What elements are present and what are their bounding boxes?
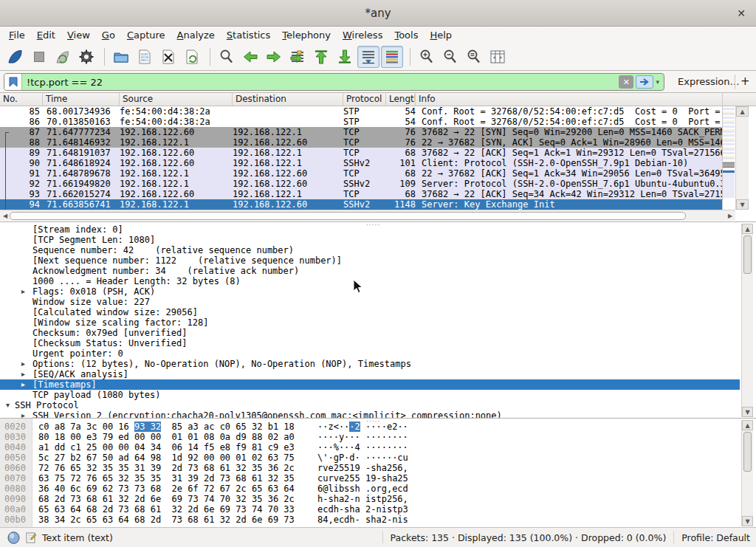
detail-line[interactable]: [Stream index: 0] (0, 224, 740, 235)
scroll-right-icon[interactable]: ▶ (726, 211, 735, 220)
column-header-no[interactable]: No. (0, 93, 43, 106)
hex-row-0030[interactable]: 003080 18 00 e3 79 ed 00 00 01 01 08 0a … (0, 432, 740, 442)
packet-row-87[interactable]: 8771.647777234192.168.122.60192.168.122.… (0, 127, 722, 137)
menu-item-edit[interactable]: Edit (31, 28, 61, 42)
go-last-packet-button[interactable] (334, 46, 356, 68)
packet-row-91[interactable]: 9171.648789678192.168.122.1192.168.122.6… (0, 168, 722, 179)
column-header-protocol[interactable]: Protocol (343, 93, 386, 106)
detail-line[interactable]: ▸[Timestamps] (0, 379, 740, 390)
expand-icon[interactable]: ▸ (21, 379, 25, 390)
column-header-length[interactable]: Length (386, 93, 416, 106)
display-filter-input[interactable] (22, 77, 619, 88)
resize-columns-button[interactable] (487, 46, 509, 68)
menu-item-telephony[interactable]: Telephony (276, 28, 337, 42)
packet-row-92[interactable]: 9271.661949820192.168.122.1192.168.122.6… (0, 179, 722, 189)
details-vscrollbar[interactable]: ▲ ▼ (741, 224, 753, 417)
zoom-in-button[interactable] (416, 46, 438, 68)
detail-line[interactable]: Window size value: 227 (0, 297, 740, 307)
menu-item-tools[interactable]: Tools (388, 28, 424, 42)
profile-text[interactable]: Profile: Default (681, 532, 750, 543)
packet-list-minimap-scrollbar[interactable] (722, 106, 735, 210)
packet-list-hscrollbar[interactable]: ◀ ▶ (0, 210, 735, 221)
go-first-packet-button[interactable] (310, 46, 332, 68)
detail-line[interactable]: [TCP Segment Len: 1080] (0, 235, 740, 245)
detail-line[interactable]: ▸Flags: 0x018 (PSH, ACK) (0, 286, 740, 297)
details-scroll-thumb[interactable] (743, 235, 752, 274)
detail-line[interactable]: [Window size scaling factor: 128] (0, 317, 740, 328)
add-filter-button[interactable]: + (740, 75, 750, 88)
detail-line[interactable]: 1000 .... = Header Length: 32 bytes (8) (0, 276, 740, 286)
hex-row-0020[interactable]: 0020c0 a8 7a 3c 00 16 93 32 85 a3 ac c0 … (0, 422, 740, 432)
hscroll-thumb[interactable] (10, 212, 686, 220)
hex-rows[interactable]: 0020c0 a8 7a 3c 00 16 93 32 85 a3 ac c0 … (0, 422, 740, 525)
scroll-down-icon[interactable]: ▼ (736, 199, 749, 210)
menu-item-capture[interactable]: Capture (121, 28, 171, 42)
hex-row-0080[interactable]: 008036 40 6c 69 62 73 73 68 2e 6f 72 67 … (0, 484, 740, 494)
column-header-info[interactable]: Info (416, 93, 723, 106)
detail-line[interactable]: ▸[SEQ/ACK analysis] (0, 369, 740, 379)
menu-item-wireless[interactable]: Wireless (337, 28, 388, 42)
expression-button[interactable]: Expression… (678, 76, 740, 87)
column-header-source[interactable]: Source (120, 93, 233, 106)
detail-line[interactable]: ▸SSH Version 2 (encryption:chacha20-poly… (0, 410, 740, 418)
menu-item-file[interactable]: File (3, 28, 31, 42)
expand-icon[interactable]: ▸ (21, 369, 25, 379)
go-back-button[interactable] (239, 46, 261, 68)
menu-item-view[interactable]: View (61, 28, 96, 42)
hex-row-0070[interactable]: 007063 75 72 76 65 32 35 35 31 39 2d 73 … (0, 473, 740, 484)
hex-row-0060[interactable]: 006072 76 65 32 35 35 31 39 2d 73 68 61 … (0, 463, 740, 473)
detail-line[interactable]: Urgent pointer: 0 (0, 348, 740, 359)
hex-row-00a0[interactable]: 00a065 63 64 68 2d 73 68 61 32 2d 6e 69 … (0, 504, 740, 515)
detail-line[interactable]: ▸Options: (12 bytes), No-Operation (NOP)… (0, 359, 740, 369)
start-capture-button[interactable] (4, 46, 27, 68)
detail-line[interactable]: TCP payload (1080 bytes) (0, 390, 740, 400)
scroll-up-icon[interactable]: ▲ (742, 420, 753, 430)
go-forward-button[interactable] (263, 46, 285, 68)
hex-scroll-thumb[interactable] (743, 432, 752, 472)
close-icon[interactable]: ✕ (734, 6, 749, 21)
hex-row-0090[interactable]: 009068 2d 73 68 61 32 2d 6e 69 73 74 70 … (0, 494, 740, 504)
menu-item-go[interactable]: Go (96, 28, 121, 42)
menu-item-statistics[interactable]: Statistics (221, 28, 276, 42)
menu-item-analyze[interactable]: Analyze (171, 28, 221, 42)
save-file-button[interactable]: 010101100011 (134, 46, 156, 68)
packet-row-93[interactable]: 9371.662015274192.168.122.60192.168.122.… (0, 189, 722, 199)
collapse-icon[interactable]: ▾ (6, 400, 10, 410)
packet-row-88[interactable]: 8871.648146932192.168.122.1192.168.122.6… (0, 137, 722, 148)
packet-row-89[interactable]: 8971.648191037192.168.122.60192.168.122.… (0, 148, 722, 158)
packet-row-90[interactable]: 9071.648618924192.168.122.60192.168.122.… (0, 158, 722, 168)
expand-icon[interactable]: ▸ (21, 359, 25, 369)
stop-capture-button[interactable] (28, 46, 50, 68)
close-file-button[interactable] (157, 46, 179, 68)
detail-line[interactable]: Sequence number: 42 (relative sequence n… (0, 245, 740, 255)
go-to-packet-button[interactable] (286, 46, 309, 68)
auto-scroll-button[interactable] (357, 46, 379, 68)
detail-line[interactable]: [Next sequence number: 1122 (relative se… (0, 255, 740, 266)
hex-row-0050[interactable]: 00505c 27 b2 67 50 ad 64 98 1d 92 00 00 … (0, 453, 740, 463)
scroll-left-icon[interactable]: ◀ (1, 211, 10, 220)
packet-row-86[interactable]: 8670.013850163fe:54:00:d4:38:2aSTP54Conf… (0, 117, 722, 127)
packet-row-94[interactable]: 9471.663856741192.168.122.1192.168.122.6… (0, 199, 722, 210)
filter-bookmark-button[interactable] (4, 74, 22, 90)
restart-capture-button[interactable] (52, 46, 74, 68)
expert-info-icon[interactable] (7, 531, 20, 544)
scroll-up-icon[interactable]: ▲ (736, 106, 749, 117)
find-packet-button[interactable] (216, 46, 238, 68)
detail-line[interactable]: ▾SSH Protocol (0, 400, 740, 410)
colorize-button[interactable] (381, 46, 403, 68)
filter-history-caret[interactable]: ▾ (656, 78, 659, 86)
open-file-button[interactable] (110, 46, 132, 68)
packet-row-85[interactable]: 8568.001734936fe:54:00:d4:38:2aSTP54Conf… (0, 106, 722, 117)
filter-clear-button[interactable]: ✕ (619, 75, 633, 89)
scroll-down-icon[interactable]: ▼ (742, 407, 753, 417)
column-header-time[interactable]: Time (43, 93, 120, 106)
hex-vscrollbar[interactable]: ▲ ▼ (741, 420, 753, 526)
scroll-down-icon[interactable]: ▼ (742, 516, 753, 526)
expand-icon[interactable]: ▸ (21, 410, 25, 418)
minimap-thumb[interactable] (723, 162, 735, 168)
display-filter-box[interactable]: ✕ ▾ (4, 73, 664, 91)
detail-line[interactable]: Checksum: 0x79ed [unverified] (0, 328, 740, 338)
hex-row-0040[interactable]: 0040a1 dd c1 25 00 00 04 34 06 14 f5 e8 … (0, 442, 740, 453)
scroll-up-icon[interactable]: ▲ (742, 224, 753, 234)
zoom-out-button[interactable] (439, 46, 461, 68)
